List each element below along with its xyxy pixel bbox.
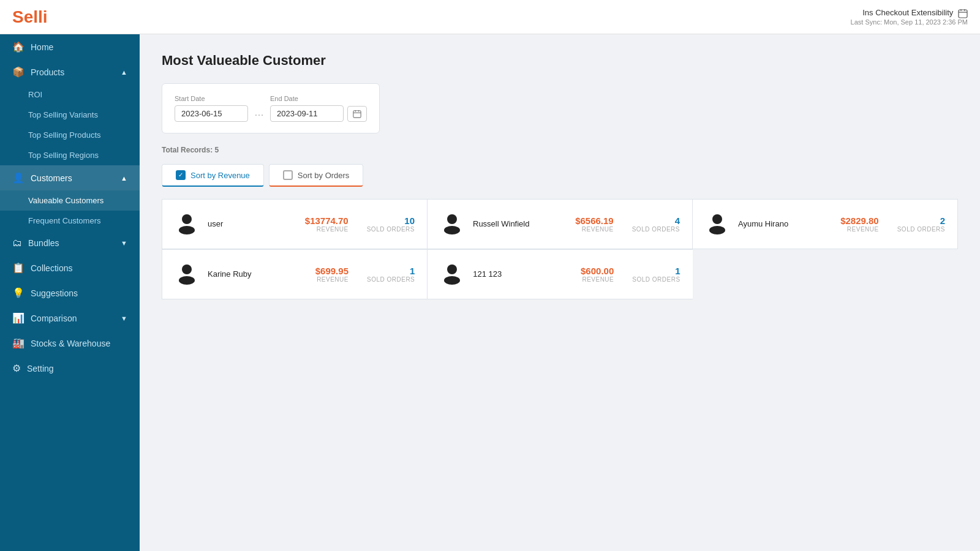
sidebar-item-stocks[interactable]: 🏭 Stocks & Warehouse — [0, 331, 140, 356]
customer-2-name: Russell Winfield — [473, 219, 567, 228]
chevron-up-icon: ▲ — [121, 69, 127, 76]
calendar-icon — [958, 9, 968, 18]
customer-2-avatar — [440, 211, 464, 238]
end-date-input[interactable] — [270, 105, 344, 122]
sidebar-item-bundles-label: Bundles — [28, 238, 59, 248]
customer-2-orders-label: SOLD ORDERS — [632, 226, 680, 233]
date-row: Start Date … End Date — [175, 95, 367, 122]
chevron-up-icon-customers: ▲ — [121, 174, 127, 182]
sidebar-item-suggestions[interactable]: 💡 Suggestions — [0, 280, 140, 305]
sort-by-revenue-tab[interactable]: Sort by Revenue — [162, 164, 264, 187]
sync-info: Last Sync: Mon, Sep 11, 2023 2:36 PM — [851, 18, 968, 26]
home-icon: 🏠 — [12, 41, 24, 53]
start-date-group: Start Date — [175, 95, 248, 122]
svg-point-10 — [447, 214, 457, 224]
sidebar-item-products[interactable]: 📦 Products ▲ — [0, 59, 140, 84]
customer-3-revenue-label: REVENUE — [840, 226, 879, 233]
customer-5-avatar — [440, 261, 464, 288]
collections-icon: 📋 — [12, 262, 24, 274]
svg-rect-4 — [353, 111, 361, 118]
customer-4-orders-label: SOLD ORDERS — [367, 276, 415, 283]
logo-accent: i — [43, 7, 48, 26]
customer-3-orders-label: SOLD ORDERS — [897, 226, 945, 233]
sidebar-item-home[interactable]: 🏠 Home — [0, 34, 140, 59]
customer-5-orders: 1 — [632, 266, 680, 276]
revenue-checkbox-icon — [176, 170, 186, 180]
svg-point-12 — [712, 214, 722, 224]
sidebar-item-bundles[interactable]: 🗂 Bundles ▼ — [0, 231, 140, 255]
chevron-down-icon-comparison: ▼ — [121, 315, 127, 322]
sidebar-item-collections-label: Collections — [31, 263, 72, 273]
sidebar-item-collections[interactable]: 📋 Collections — [0, 255, 140, 280]
customer-cards-row-1: user $13774.70 REVENUE 10 SOLD ORDERS — [162, 199, 958, 249]
customer-1-orders-label: SOLD ORDERS — [367, 226, 415, 233]
customer-5-orders-label: SOLD ORDERS — [632, 276, 680, 283]
end-date-label-group: End Date — [270, 95, 344, 122]
main-content: Most Valueable Customer Start Date … End… — [140, 34, 980, 551]
sidebar-sub-roi[interactable]: ROI — [0, 84, 140, 105]
svg-rect-0 — [959, 10, 967, 18]
customer-card-1: user $13774.70 REVENUE 10 SOLD ORDERS — [162, 199, 427, 249]
avatar-icon — [705, 211, 729, 235]
total-records: Total Records: 5 — [162, 146, 958, 154]
customer-3-revenue: $2829.80 — [840, 216, 879, 226]
svg-point-16 — [447, 264, 457, 274]
sidebar-item-setting[interactable]: ⚙ Setting — [0, 356, 140, 381]
start-date-label: Start Date — [175, 95, 248, 102]
suggestions-icon: 💡 — [12, 287, 24, 299]
customer-3-orders: 2 — [897, 216, 945, 226]
sort-by-orders-label: Sort by Orders — [298, 171, 350, 180]
svg-point-8 — [182, 214, 192, 224]
logo-main: Sell — [12, 7, 43, 26]
end-date-label: End Date — [270, 95, 344, 102]
start-date-input[interactable] — [175, 105, 248, 122]
customer-card-5: 121 123 $600.00 REVENUE 1 SOLD ORDERS — [427, 249, 692, 299]
svg-point-14 — [182, 264, 192, 274]
sidebar-sub-top-regions[interactable]: Top Selling Regions — [0, 145, 140, 165]
sidebar-item-setting-label: Setting — [27, 364, 54, 373]
sidebar-item-home-label: Home — [31, 42, 53, 52]
customer-1-name: user — [208, 219, 296, 228]
customer-2-revenue: $6566.19 — [575, 216, 614, 226]
orders-checkbox-icon — [283, 170, 293, 180]
customer-cards-row-2: Karine Ruby $699.95 REVENUE 1 SOLD ORDER… — [162, 249, 958, 299]
customer-2-revenue-label: REVENUE — [575, 226, 614, 233]
customer-5-revenue: $600.00 — [581, 266, 614, 276]
customer-4-avatar — [175, 261, 199, 288]
sidebar: 🏠 Home 📦 Products ▲ ROI Top Selling Vari… — [0, 34, 140, 551]
customer-4-revenue: $699.95 — [315, 266, 349, 276]
svg-point-9 — [179, 226, 195, 234]
customer-card-2: Russell Winfield $6566.19 REVENUE 4 SOLD… — [427, 199, 692, 249]
date-filter-card: Start Date … End Date — [162, 83, 380, 133]
customer-4-name: Karine Ruby — [208, 269, 307, 279]
sidebar-item-comparison-label: Comparison — [31, 313, 77, 323]
sidebar-sub-top-products[interactable]: Top Selling Products — [0, 125, 140, 145]
customer-1-avatar — [175, 211, 199, 238]
customer-1-revenue: $13774.70 — [305, 216, 349, 226]
customer-5-name: 121 123 — [473, 269, 572, 279]
sidebar-item-comparison[interactable]: 📊 Comparison ▼ — [0, 305, 140, 331]
sidebar-item-customers[interactable]: 👤 Customers ▲ — [0, 165, 140, 190]
sort-by-revenue-label: Sort by Revenue — [190, 171, 250, 180]
end-date-group: End Date — [270, 95, 367, 122]
customer-1-revenue-label: REVENUE — [305, 226, 349, 233]
header-right: Ins Checkout Extensibility Last Sync: Mo… — [851, 8, 968, 26]
comparison-icon: 📊 — [12, 312, 24, 324]
sidebar-item-products-label: Products — [31, 67, 64, 77]
sort-tabs: Sort by Revenue Sort by Orders — [162, 164, 958, 187]
app-body: 🏠 Home 📦 Products ▲ ROI Top Selling Vari… — [0, 34, 980, 551]
svg-point-11 — [444, 226, 460, 234]
customer-card-4: Karine Ruby $699.95 REVENUE 1 SOLD ORDER… — [162, 249, 427, 299]
sidebar-sub-top-variants[interactable]: Top Selling Variants — [0, 105, 140, 125]
svg-point-13 — [709, 226, 725, 234]
products-icon: 📦 — [12, 66, 24, 78]
date-separator: … — [254, 107, 264, 118]
sort-by-orders-tab[interactable]: Sort by Orders — [269, 164, 364, 187]
sidebar-sub-valuable[interactable]: Valueable Customers — [0, 190, 140, 211]
customer-card-3: Ayumu Hirano $2829.80 REVENUE 2 SOLD ORD… — [692, 199, 958, 249]
customer-2-orders: 4 — [632, 216, 680, 226]
calendar-button[interactable] — [347, 106, 367, 122]
sidebar-item-stocks-label: Stocks & Warehouse — [31, 339, 110, 348]
customers-icon: 👤 — [12, 172, 24, 184]
sidebar-sub-frequent[interactable]: Frequent Customers — [0, 211, 140, 231]
